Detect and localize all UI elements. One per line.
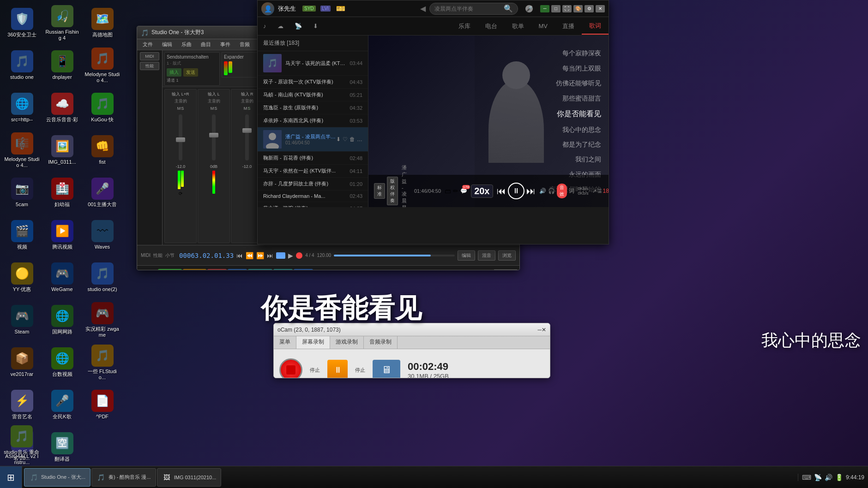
strip-banshi[interactable]: 版式 bbox=[273, 269, 293, 270]
icon-qmkg[interactable]: 🎤 全民K歌 bbox=[42, 384, 82, 426]
music-signal-tab[interactable]: 📡 bbox=[289, 19, 307, 33]
icon-gwwl[interactable]: 🌐 国网网路 bbox=[42, 299, 82, 341]
tab-gedan[interactable]: 歌单 bbox=[505, 18, 531, 34]
share-icon[interactable]: ↗ bbox=[592, 188, 597, 194]
music-close-btn[interactable]: ✕ bbox=[596, 5, 605, 12]
icon-fist[interactable]: 👊 fist bbox=[83, 130, 122, 171]
strip-gulei[interactable]: 鼓类 bbox=[207, 269, 227, 270]
music-comment-icon[interactable]: 💬178 bbox=[460, 188, 467, 194]
icon-360[interactable]: 🛡️ 360安全卫士 bbox=[2, 2, 42, 44]
icon-zhubo[interactable]: 🎤 001主播大音 bbox=[83, 172, 122, 214]
icon-txvideo[interactable]: ▶️ 腾讯视频 bbox=[42, 214, 82, 256]
icon-studio2[interactable]: 🎵 studio one(2) bbox=[83, 257, 122, 298]
icon-src[interactable]: 🌐 src=http-- bbox=[2, 87, 42, 129]
icon-steam[interactable]: 🎮 Steam bbox=[2, 299, 42, 341]
icon-pdf[interactable]: 📄 ^PDF bbox=[83, 384, 122, 426]
icon-rf[interactable]: 🎣 Russian Fishing 4 bbox=[42, 2, 82, 44]
fader-s-btn[interactable]: S bbox=[181, 106, 184, 111]
mode-btn[interactable]: 标准 bbox=[374, 183, 385, 199]
playlist-item-3[interactable]: 马頔 - 南山南 (KTV版伴奏) 05:21 bbox=[258, 89, 368, 101]
transport-mix-btn[interactable]: 混音 bbox=[478, 250, 495, 261]
song-more-icon[interactable]: … bbox=[357, 136, 362, 143]
menu-event[interactable]: 事件 bbox=[218, 40, 232, 49]
icon-chrome[interactable]: 🌐 台数视频 bbox=[42, 342, 82, 383]
tab-live[interactable]: 直播 bbox=[555, 18, 582, 34]
ocam-screen-btn[interactable]: 🖥 bbox=[373, 360, 400, 378]
strip-heming5[interactable]: 合名 5 bbox=[158, 269, 181, 270]
icon-gaode[interactable]: 🗺️ 高德地图 bbox=[83, 2, 122, 44]
transport-browse-btn[interactable]: 浏览 bbox=[498, 250, 516, 261]
playlist-item-5[interactable]: 卓依婷 - 东南西北风 (伴奏) 03:53 bbox=[258, 114, 368, 127]
playlist-item-6-active[interactable]: 潘广益 - 凌晨两点半 (原版伴奏) 01:46/04:50 ⬇ ♡ 🗑 … bbox=[258, 127, 368, 152]
icon-melodyne2[interactable]: 🎼 Melodyne Studio 4... bbox=[2, 130, 42, 171]
track-send-btn[interactable]: 发送 bbox=[183, 68, 198, 77]
ocam-tab-screen[interactable]: 屏幕录制 bbox=[296, 336, 330, 349]
music-icon-tab[interactable]: ♪ bbox=[258, 19, 272, 33]
ocam-minimize-btn[interactable]: ─ bbox=[537, 327, 542, 333]
icon-img0311[interactable]: 🖼️ IMG_0311... bbox=[42, 130, 82, 171]
music-dl-tab[interactable]: ⬇ bbox=[307, 19, 324, 33]
menu-file[interactable]: 文件 bbox=[141, 40, 155, 49]
transport-end[interactable]: ⏭ bbox=[267, 252, 273, 259]
icon-5cam[interactable]: 📷 5cam bbox=[2, 172, 42, 214]
music-cloud-tab[interactable]: ☁ bbox=[272, 19, 289, 33]
music-like-icon[interactable]: 🗃 bbox=[445, 187, 451, 195]
menu-track[interactable]: 曲目 bbox=[199, 40, 213, 49]
transport-edit-btn[interactable]: 编辑 bbox=[458, 250, 475, 261]
strip-main[interactable]: 主音的 bbox=[494, 269, 518, 271]
music-edit-icon[interactable]: ✏ bbox=[453, 187, 458, 195]
transport-back[interactable]: ⏪ bbox=[246, 252, 253, 259]
music-restore-btn[interactable]: □ bbox=[551, 5, 561, 12]
music-skin-btn[interactable]: 🎨 bbox=[573, 5, 583, 12]
tab-mv[interactable]: MV bbox=[531, 19, 555, 33]
tray-keyboard-icon[interactable]: ⌨ bbox=[802, 474, 811, 481]
music-play-btn[interactable]: ⏸ bbox=[508, 183, 524, 199]
icon-shipin[interactable]: 🎬 视频 bbox=[2, 214, 42, 256]
playlist-item-7[interactable]: 鞠新雨 - 百花香 (伴奏) 02:48 bbox=[258, 152, 368, 165]
strip-dianhua[interactable]: 电话音 bbox=[248, 269, 272, 270]
icon-melodyne[interactable]: 🎵 Melodyne Studio 4... bbox=[83, 45, 122, 86]
music-fullscreen-btn[interactable]: ⛶ bbox=[562, 5, 572, 12]
music-settings-btn[interactable]: ⚙ bbox=[585, 5, 594, 12]
side-midi-btn[interactable]: MIDI bbox=[140, 52, 159, 60]
vol-icon[interactable]: 🔊 bbox=[539, 188, 546, 194]
playlist-icon[interactable]: ☰ bbox=[597, 188, 602, 194]
tempo-slider[interactable] bbox=[334, 255, 455, 256]
ocam-tab-menu[interactable]: 菜单 bbox=[274, 336, 296, 349]
strip-gusong[interactable]: 鼓送 bbox=[228, 269, 247, 270]
icon-fujirao[interactable]: 🏥 妇幼福 bbox=[42, 172, 82, 214]
fader-circle1[interactable]: ⟳ bbox=[179, 191, 182, 196]
transport-play[interactable]: ▶ bbox=[288, 252, 293, 259]
ocam-close-btn[interactable]: ✕ bbox=[542, 327, 546, 333]
start-button[interactable]: ⊞ bbox=[0, 466, 22, 488]
icon-dnplayer[interactable]: 📱 dnplayer bbox=[42, 45, 82, 86]
icon-yihe[interactable]: 🎵 一些 FLStudio... bbox=[83, 342, 122, 383]
ocam-tab-game[interactable]: 游戏录制 bbox=[330, 336, 364, 349]
icon-leiyin[interactable]: ⚡ 雷音艺名 bbox=[2, 384, 42, 426]
tray-network-icon[interactable]: 📡 bbox=[814, 474, 822, 481]
music-vip-icon[interactable]: 🎫 bbox=[336, 4, 345, 13]
playlist-item-11[interactable]: 薛之谦 - 骆驼 (伴奏) 04:37 bbox=[258, 202, 368, 207]
icon-ve2017[interactable]: 📦 ve2017rar bbox=[2, 342, 42, 383]
icon-studioone[interactable]: 🎵 studio one bbox=[2, 45, 42, 86]
music-search-input[interactable] bbox=[434, 6, 504, 12]
ocam-pause-btn[interactable]: ⏸ bbox=[327, 360, 348, 378]
playlist-item-4[interactable]: 范逸臣 - 故生 (原版伴奏) 04:32 bbox=[258, 101, 368, 114]
taskbar-studio[interactable]: 🎵 Studio One - 张大... bbox=[24, 468, 90, 487]
tab-yuku[interactable]: 乐库 bbox=[451, 18, 478, 34]
icon-waves[interactable]: 〰 Waves bbox=[83, 214, 122, 256]
user-avatar[interactable]: 👤 bbox=[261, 2, 274, 15]
music-back-btn[interactable]: ◀ bbox=[420, 4, 426, 13]
input-r-s-btn[interactable]: S bbox=[247, 106, 250, 111]
strip-heming5b[interactable]: 合名 5 bbox=[183, 269, 206, 270]
song-delete-icon[interactable]: 🗑 bbox=[350, 136, 355, 143]
icon-studsong[interactable]: 🎵 studio音乐 重命名·20... bbox=[2, 423, 41, 463]
music-minimize-btn[interactable]: ─ bbox=[540, 5, 549, 12]
tab-diantai[interactable]: 电台 bbox=[478, 18, 505, 34]
ocam-record-btn[interactable] bbox=[279, 358, 302, 378]
icon-wegame[interactable]: 🎮 WeGame bbox=[42, 257, 82, 298]
song-dl-icon[interactable]: ⬇ bbox=[336, 136, 341, 143]
strip-datang[interactable]: 大厅 bbox=[294, 269, 313, 270]
transport-fwd[interactable]: ⏩ bbox=[256, 252, 264, 259]
transport-rewind[interactable]: ⏮ bbox=[236, 252, 243, 259]
